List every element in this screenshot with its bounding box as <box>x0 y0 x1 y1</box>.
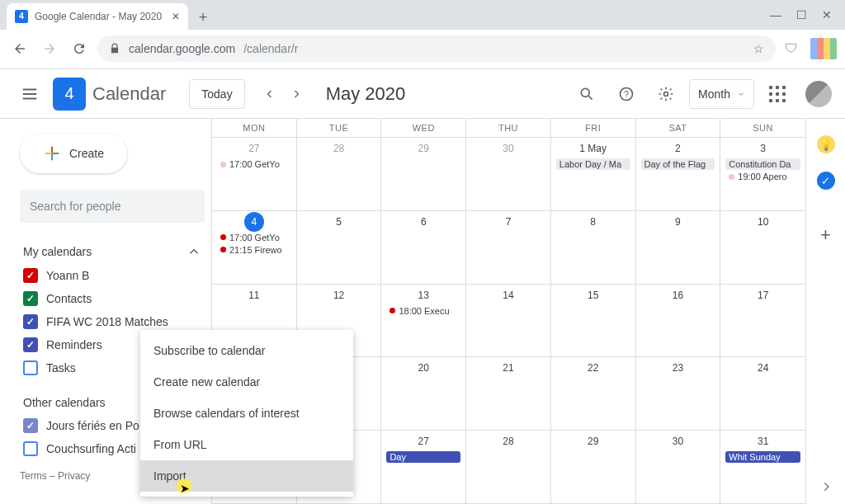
tab-close-icon[interactable]: ✕ <box>172 11 180 22</box>
reload-button[interactable] <box>68 37 91 60</box>
day-cell[interactable]: 30 <box>636 431 721 504</box>
svg-point-3 <box>664 92 668 96</box>
day-cell[interactable]: 417:00 GetYo21:15 Firewo <box>212 211 297 285</box>
calendar-checkbox[interactable] <box>23 360 38 375</box>
day-number: 7 <box>470 213 547 231</box>
day-cell[interactable]: 21 <box>466 357 551 431</box>
tasks-icon[interactable]: ✓ <box>817 172 835 190</box>
show-side-panel-chevron[interactable] <box>820 481 832 492</box>
day-cell[interactable]: 1318:00 Execu <box>381 285 466 358</box>
maximize-icon[interactable]: ☐ <box>796 8 807 21</box>
day-number: 16 <box>640 286 717 304</box>
event[interactable]: Constitution Da <box>725 158 800 170</box>
forward-button[interactable] <box>38 37 61 60</box>
day-number: 22 <box>555 359 632 377</box>
day-number: 10 <box>724 213 802 231</box>
new-tab-button[interactable]: + <box>191 7 215 30</box>
lock-icon <box>109 43 120 54</box>
context-menu-item[interactable]: From URL <box>140 429 353 460</box>
calendar-checkbox[interactable] <box>23 441 38 456</box>
day-cell[interactable]: 31Whit Sunday <box>720 431 805 504</box>
add-addon-button[interactable]: + <box>820 224 831 246</box>
day-cell[interactable]: 2Day of the Flag <box>636 138 721 211</box>
day-cell[interactable]: 1 MayLabor Day / Ma <box>551 138 636 211</box>
event[interactable]: 17:00 GetYo <box>217 232 291 243</box>
close-window-icon[interactable]: ✕ <box>822 8 832 21</box>
window-controls: — ☐ ✕ <box>760 0 842 30</box>
settings-button[interactable] <box>649 78 682 111</box>
calendar-checkbox[interactable] <box>23 291 38 306</box>
day-cell[interactable]: 29 <box>551 431 636 504</box>
context-menu-item[interactable]: Browse calendars of interest <box>140 398 353 429</box>
day-cell[interactable]: 10 <box>720 211 805 285</box>
day-cell[interactable]: 15 <box>551 285 636 358</box>
event[interactable]: 21:15 Firewo <box>217 244 291 256</box>
url-input[interactable]: calendar.google.com/calendar/r ☆ <box>97 35 776 62</box>
day-cell[interactable]: 29 <box>381 138 466 211</box>
day-number: 2 <box>640 139 717 158</box>
day-cell[interactable]: 3Constitution Da19:00 Apero <box>720 138 805 211</box>
profile-block[interactable] <box>810 38 837 59</box>
account-avatar[interactable] <box>805 81 832 107</box>
day-cell[interactable]: 22 <box>551 357 636 431</box>
day-cell[interactable]: 24 <box>720 357 805 431</box>
event[interactable]: 17:00 GetYo <box>217 158 291 170</box>
day-cell[interactable]: 20 <box>381 357 466 431</box>
event[interactable]: Day <box>386 451 460 463</box>
my-calendar-item[interactable]: Contacts <box>20 287 205 310</box>
extension-shield-icon[interactable]: 🛡 <box>782 40 800 58</box>
day-cell[interactable]: 6 <box>381 211 466 285</box>
day-cell[interactable]: 5 <box>297 211 382 285</box>
event[interactable]: Labor Day / Ma <box>556 158 630 170</box>
main-menu-button[interactable] <box>13 78 46 111</box>
day-cell[interactable]: 16 <box>636 285 721 358</box>
search-people-placeholder: Search for people <box>30 200 121 213</box>
browser-tab[interactable]: 4 Google Calendar - May 2020 ✕ <box>7 3 188 30</box>
day-cell[interactable]: 17 <box>720 285 805 358</box>
keep-notes-icon[interactable]: 💡 <box>817 135 835 153</box>
my-calendars-header[interactable]: My calendars <box>20 239 205 264</box>
day-cell[interactable]: 9 <box>636 211 721 285</box>
tab-title: Google Calendar - May 2020 <box>35 11 162 22</box>
day-cell[interactable]: 2717:00 GetYo <box>212 138 297 211</box>
calendar-checkbox[interactable] <box>23 314 38 329</box>
create-button[interactable]: Create <box>20 134 127 173</box>
calendar-checkbox[interactable] <box>23 337 38 352</box>
context-menu-item[interactable]: Import <box>140 460 353 492</box>
next-month-button[interactable] <box>283 78 309 111</box>
day-number: 30 <box>640 432 717 450</box>
day-number: 11 <box>215 286 293 304</box>
minimize-icon[interactable]: — <box>770 8 781 21</box>
day-cell[interactable]: 30 <box>466 138 551 211</box>
day-cell[interactable]: 8 <box>551 211 636 285</box>
search-button[interactable] <box>570 78 603 111</box>
my-calendar-item[interactable]: Yoann B <box>20 264 205 287</box>
view-dropdown[interactable]: Month <box>689 79 754 109</box>
dow-label: WED <box>381 119 466 137</box>
day-cell[interactable]: 28 <box>466 431 551 504</box>
back-button[interactable] <box>8 37 31 60</box>
day-cell[interactable]: 23 <box>636 357 721 431</box>
event[interactable]: 18:00 Execu <box>386 305 460 317</box>
search-people-input[interactable]: Search for people <box>20 190 205 223</box>
month-nav <box>257 78 309 111</box>
context-menu-item[interactable]: Create new calendar <box>140 366 353 398</box>
calendar-checkbox[interactable] <box>23 418 38 433</box>
context-menu-item[interactable]: Subscribe to calendar <box>140 335 353 366</box>
day-cell[interactable]: 28 <box>297 138 382 211</box>
today-button[interactable]: Today <box>189 79 244 109</box>
calendar-checkbox[interactable] <box>23 268 38 283</box>
day-cell[interactable]: 27Day <box>381 431 466 504</box>
calendar-label: Couchsurfing Acti <box>46 442 136 455</box>
calendar-logo-icon: 4 <box>53 78 86 111</box>
prev-month-button[interactable] <box>257 78 283 111</box>
day-cell[interactable]: 14 <box>466 285 551 358</box>
event[interactable]: Day of the Flag <box>641 158 715 170</box>
event[interactable]: Whit Sunday <box>725 451 800 463</box>
my-calendars-label: My calendars <box>23 245 92 258</box>
day-cell[interactable]: 7 <box>466 211 551 285</box>
help-button[interactable]: ? <box>610 78 643 111</box>
bookmark-star-icon[interactable]: ☆ <box>753 42 764 55</box>
event[interactable]: 19:00 Apero <box>725 171 800 182</box>
apps-launcher-button[interactable] <box>761 78 794 111</box>
